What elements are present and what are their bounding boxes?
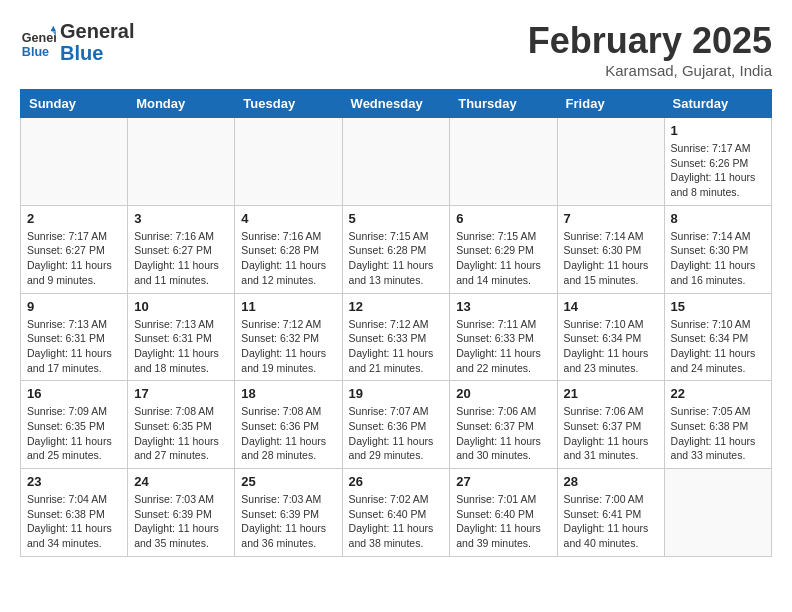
day-number: 2 [27, 211, 121, 226]
calendar-day-cell [21, 118, 128, 206]
day-number: 25 [241, 474, 335, 489]
day-info: Sunrise: 7:14 AM Sunset: 6:30 PM Dayligh… [564, 229, 658, 288]
day-number: 7 [564, 211, 658, 226]
logo: General Blue General Blue [20, 20, 134, 64]
day-number: 21 [564, 386, 658, 401]
day-info: Sunrise: 7:17 AM Sunset: 6:27 PM Dayligh… [27, 229, 121, 288]
logo-icon: General Blue [20, 24, 56, 60]
calendar-day-cell: 18Sunrise: 7:08 AM Sunset: 6:36 PM Dayli… [235, 381, 342, 469]
day-info: Sunrise: 7:08 AM Sunset: 6:35 PM Dayligh… [134, 404, 228, 463]
calendar-day-cell: 1Sunrise: 7:17 AM Sunset: 6:26 PM Daylig… [664, 118, 771, 206]
calendar-week-row: 2Sunrise: 7:17 AM Sunset: 6:27 PM Daylig… [21, 205, 772, 293]
calendar-week-row: 1Sunrise: 7:17 AM Sunset: 6:26 PM Daylig… [21, 118, 772, 206]
day-number: 10 [134, 299, 228, 314]
calendar-week-row: 23Sunrise: 7:04 AM Sunset: 6:38 PM Dayli… [21, 469, 772, 557]
day-number: 13 [456, 299, 550, 314]
calendar-day-cell: 10Sunrise: 7:13 AM Sunset: 6:31 PM Dayli… [128, 293, 235, 381]
day-info: Sunrise: 7:10 AM Sunset: 6:34 PM Dayligh… [564, 317, 658, 376]
day-number: 16 [27, 386, 121, 401]
day-number: 9 [27, 299, 121, 314]
day-info: Sunrise: 7:03 AM Sunset: 6:39 PM Dayligh… [241, 492, 335, 551]
calendar-week-row: 9Sunrise: 7:13 AM Sunset: 6:31 PM Daylig… [21, 293, 772, 381]
calendar-day-cell: 26Sunrise: 7:02 AM Sunset: 6:40 PM Dayli… [342, 469, 450, 557]
day-number: 14 [564, 299, 658, 314]
weekday-header: Sunday [21, 90, 128, 118]
weekday-header: Friday [557, 90, 664, 118]
calendar-day-cell: 5Sunrise: 7:15 AM Sunset: 6:28 PM Daylig… [342, 205, 450, 293]
day-info: Sunrise: 7:00 AM Sunset: 6:41 PM Dayligh… [564, 492, 658, 551]
day-number: 5 [349, 211, 444, 226]
calendar-day-cell [128, 118, 235, 206]
calendar-day-cell: 12Sunrise: 7:12 AM Sunset: 6:33 PM Dayli… [342, 293, 450, 381]
calendar-day-cell [450, 118, 557, 206]
day-number: 12 [349, 299, 444, 314]
calendar-day-cell: 2Sunrise: 7:17 AM Sunset: 6:27 PM Daylig… [21, 205, 128, 293]
day-info: Sunrise: 7:17 AM Sunset: 6:26 PM Dayligh… [671, 141, 765, 200]
day-info: Sunrise: 7:12 AM Sunset: 6:33 PM Dayligh… [349, 317, 444, 376]
day-info: Sunrise: 7:04 AM Sunset: 6:38 PM Dayligh… [27, 492, 121, 551]
calendar-day-cell: 6Sunrise: 7:15 AM Sunset: 6:29 PM Daylig… [450, 205, 557, 293]
calendar-day-cell: 25Sunrise: 7:03 AM Sunset: 6:39 PM Dayli… [235, 469, 342, 557]
calendar-day-cell: 16Sunrise: 7:09 AM Sunset: 6:35 PM Dayli… [21, 381, 128, 469]
svg-marker-2 [51, 26, 56, 31]
day-info: Sunrise: 7:09 AM Sunset: 6:35 PM Dayligh… [27, 404, 121, 463]
day-number: 20 [456, 386, 550, 401]
page-header: General Blue General Blue February 2025 … [20, 20, 772, 79]
calendar-day-cell: 21Sunrise: 7:06 AM Sunset: 6:37 PM Dayli… [557, 381, 664, 469]
month-year-title: February 2025 [528, 20, 772, 62]
day-info: Sunrise: 7:02 AM Sunset: 6:40 PM Dayligh… [349, 492, 444, 551]
day-number: 26 [349, 474, 444, 489]
calendar-day-cell: 19Sunrise: 7:07 AM Sunset: 6:36 PM Dayli… [342, 381, 450, 469]
weekday-header: Wednesday [342, 90, 450, 118]
day-number: 1 [671, 123, 765, 138]
weekday-header: Monday [128, 90, 235, 118]
day-info: Sunrise: 7:06 AM Sunset: 6:37 PM Dayligh… [564, 404, 658, 463]
calendar-day-cell: 3Sunrise: 7:16 AM Sunset: 6:27 PM Daylig… [128, 205, 235, 293]
weekday-header: Tuesday [235, 90, 342, 118]
calendar-day-cell: 7Sunrise: 7:14 AM Sunset: 6:30 PM Daylig… [557, 205, 664, 293]
svg-text:General: General [22, 31, 56, 45]
calendar-day-cell: 22Sunrise: 7:05 AM Sunset: 6:38 PM Dayli… [664, 381, 771, 469]
calendar-day-cell: 8Sunrise: 7:14 AM Sunset: 6:30 PM Daylig… [664, 205, 771, 293]
day-number: 3 [134, 211, 228, 226]
calendar-day-cell: 20Sunrise: 7:06 AM Sunset: 6:37 PM Dayli… [450, 381, 557, 469]
day-info: Sunrise: 7:13 AM Sunset: 6:31 PM Dayligh… [27, 317, 121, 376]
day-info: Sunrise: 7:12 AM Sunset: 6:32 PM Dayligh… [241, 317, 335, 376]
calendar-day-cell [342, 118, 450, 206]
day-number: 15 [671, 299, 765, 314]
day-number: 11 [241, 299, 335, 314]
calendar-day-cell: 28Sunrise: 7:00 AM Sunset: 6:41 PM Dayli… [557, 469, 664, 557]
day-info: Sunrise: 7:13 AM Sunset: 6:31 PM Dayligh… [134, 317, 228, 376]
day-info: Sunrise: 7:15 AM Sunset: 6:28 PM Dayligh… [349, 229, 444, 288]
weekday-header: Saturday [664, 90, 771, 118]
calendar-day-cell [557, 118, 664, 206]
day-number: 4 [241, 211, 335, 226]
day-info: Sunrise: 7:16 AM Sunset: 6:27 PM Dayligh… [134, 229, 228, 288]
day-info: Sunrise: 7:05 AM Sunset: 6:38 PM Dayligh… [671, 404, 765, 463]
day-info: Sunrise: 7:14 AM Sunset: 6:30 PM Dayligh… [671, 229, 765, 288]
day-number: 27 [456, 474, 550, 489]
svg-text:Blue: Blue [22, 45, 49, 59]
calendar-day-cell: 27Sunrise: 7:01 AM Sunset: 6:40 PM Dayli… [450, 469, 557, 557]
location-subtitle: Karamsad, Gujarat, India [528, 62, 772, 79]
calendar-day-cell [664, 469, 771, 557]
day-number: 6 [456, 211, 550, 226]
calendar-day-cell: 4Sunrise: 7:16 AM Sunset: 6:28 PM Daylig… [235, 205, 342, 293]
day-number: 23 [27, 474, 121, 489]
day-info: Sunrise: 7:10 AM Sunset: 6:34 PM Dayligh… [671, 317, 765, 376]
day-number: 28 [564, 474, 658, 489]
day-info: Sunrise: 7:08 AM Sunset: 6:36 PM Dayligh… [241, 404, 335, 463]
calendar-day-cell: 9Sunrise: 7:13 AM Sunset: 6:31 PM Daylig… [21, 293, 128, 381]
calendar-day-cell: 17Sunrise: 7:08 AM Sunset: 6:35 PM Dayli… [128, 381, 235, 469]
day-info: Sunrise: 7:11 AM Sunset: 6:33 PM Dayligh… [456, 317, 550, 376]
calendar-day-cell: 13Sunrise: 7:11 AM Sunset: 6:33 PM Dayli… [450, 293, 557, 381]
day-info: Sunrise: 7:07 AM Sunset: 6:36 PM Dayligh… [349, 404, 444, 463]
calendar-day-cell: 11Sunrise: 7:12 AM Sunset: 6:32 PM Dayli… [235, 293, 342, 381]
day-info: Sunrise: 7:01 AM Sunset: 6:40 PM Dayligh… [456, 492, 550, 551]
calendar-day-cell [235, 118, 342, 206]
day-number: 22 [671, 386, 765, 401]
day-number: 19 [349, 386, 444, 401]
day-number: 18 [241, 386, 335, 401]
day-number: 24 [134, 474, 228, 489]
day-info: Sunrise: 7:06 AM Sunset: 6:37 PM Dayligh… [456, 404, 550, 463]
